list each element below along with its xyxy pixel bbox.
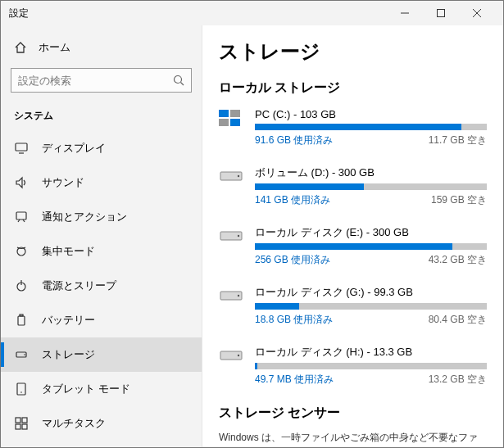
window-title: 設定 bbox=[9, 7, 387, 20]
drive-item[interactable]: ローカル ディスク (H:) - 13.3 GB49.7 MB 使用済み13.2… bbox=[219, 345, 487, 387]
used-label: 91.6 GB 使用済み bbox=[255, 133, 333, 147]
drive-title: ローカル ディスク (G:) - 99.3 GB bbox=[255, 285, 487, 300]
svg-rect-13 bbox=[20, 315, 23, 316]
drive-item[interactable]: ボリューム (D:) - 300 GB141 GB 使用済み159 GB 空き bbox=[219, 165, 487, 207]
usage-bar-fill bbox=[255, 183, 364, 190]
home-link[interactable]: ホーム bbox=[1, 32, 202, 63]
nav-list: ディスプレイサウンド通知とアクション集中モード電源とスリープバッテリーストレージ… bbox=[1, 131, 202, 447]
svg-point-15 bbox=[24, 354, 25, 355]
sidebar-item-label: サウンド bbox=[42, 175, 84, 190]
titlebar: 設定 bbox=[1, 1, 503, 25]
free-label: 43.2 GB 空き bbox=[429, 253, 487, 267]
sidebar-item-display[interactable]: ディスプレイ bbox=[1, 131, 202, 165]
drive-body: ローカル ディスク (E:) - 300 GB256 GB 使用済み43.2 G… bbox=[255, 225, 487, 267]
svg-rect-20 bbox=[16, 424, 20, 429]
drive-icon bbox=[219, 346, 245, 364]
section-header: システム bbox=[1, 102, 202, 131]
sidebar-item-battery[interactable]: バッテリー bbox=[1, 303, 202, 337]
close-button[interactable] bbox=[459, 1, 495, 25]
notifications-icon bbox=[14, 210, 29, 224]
used-label: 141 GB 使用済み bbox=[255, 193, 330, 207]
sidebar-item-sound[interactable]: サウンド bbox=[1, 165, 202, 200]
sidebar-item-projecting[interactable]: この PC へのプロジェクション bbox=[1, 441, 202, 447]
drive-icon bbox=[219, 167, 245, 185]
drive-meta: 256 GB 使用済み43.2 GB 空き bbox=[255, 253, 487, 267]
search-icon bbox=[173, 75, 184, 86]
free-label: 13.2 GB 空き bbox=[429, 373, 487, 387]
sidebar-item-label: ストレージ bbox=[42, 347, 95, 362]
drive-body: ローカル ディスク (G:) - 99.3 GB18.8 GB 使用済み80.4… bbox=[255, 285, 487, 327]
sidebar-item-tablet-mode[interactable]: タブレット モード bbox=[1, 372, 202, 406]
sound-icon bbox=[14, 175, 29, 190]
usage-bar bbox=[255, 363, 487, 369]
drive-item[interactable]: ローカル ディスク (G:) - 99.3 GB18.8 GB 使用済み80.4… bbox=[219, 285, 487, 327]
search-box[interactable] bbox=[11, 68, 192, 93]
drive-meta: 18.8 GB 使用済み80.4 GB 空き bbox=[255, 313, 487, 327]
battery-icon bbox=[14, 313, 29, 328]
drive-title: ローカル ディスク (H:) - 13.3 GB bbox=[255, 345, 487, 360]
usage-bar-fill bbox=[255, 124, 461, 130]
sidebar-item-storage[interactable]: ストレージ bbox=[1, 337, 202, 372]
svg-rect-24 bbox=[219, 119, 229, 126]
svg-point-32 bbox=[238, 295, 239, 296]
local-storage-heading: ローカル ストレージ bbox=[219, 79, 487, 97]
display-icon bbox=[14, 141, 29, 156]
svg-rect-18 bbox=[16, 418, 20, 423]
svg-rect-12 bbox=[18, 316, 25, 325]
svg-point-30 bbox=[238, 235, 239, 237]
sidebar-item-label: マルチタスク bbox=[42, 416, 106, 431]
drive-body: ボリューム (D:) - 300 GB141 GB 使用済み159 GB 空き bbox=[255, 165, 487, 207]
svg-rect-1 bbox=[438, 10, 445, 17]
storage-sense-heading: ストレージ センサー bbox=[219, 405, 487, 422]
system-drive-icon bbox=[219, 110, 245, 128]
used-label: 18.8 GB 使用済み bbox=[255, 313, 333, 327]
drive-title: ローカル ディスク (E:) - 300 GB bbox=[255, 225, 487, 240]
drive-body: PC (C:) - 103 GB91.6 GB 使用済み11.7 GB 空き bbox=[255, 108, 487, 147]
sidebar-item-label: 集中モード bbox=[42, 244, 95, 259]
sidebar-item-notifications[interactable]: 通知とアクション bbox=[1, 200, 202, 234]
drive-title: PC (C:) - 103 GB bbox=[255, 108, 487, 120]
sidebar-item-power-sleep[interactable]: 電源とスリープ bbox=[1, 269, 202, 303]
drive-icon bbox=[219, 287, 245, 305]
used-label: 256 GB 使用済み bbox=[255, 253, 330, 267]
sidebar-item-multitasking[interactable]: マルチタスク bbox=[1, 406, 202, 441]
sidebar-item-label: タブレット モード bbox=[42, 382, 130, 396]
svg-rect-19 bbox=[22, 418, 27, 423]
sidebar-item-focus-assist[interactable]: 集中モード bbox=[1, 234, 202, 269]
svg-rect-26 bbox=[230, 119, 240, 126]
drive-title: ボリューム (D:) - 300 GB bbox=[255, 165, 487, 180]
svg-rect-21 bbox=[22, 424, 27, 429]
focus-assist-icon bbox=[14, 244, 29, 259]
search-input[interactable] bbox=[18, 75, 173, 87]
minimize-button[interactable] bbox=[387, 1, 423, 25]
drive-item[interactable]: PC (C:) - 103 GB91.6 GB 使用済み11.7 GB 空き bbox=[219, 108, 487, 147]
tablet-icon bbox=[14, 382, 29, 396]
usage-bar bbox=[255, 243, 487, 250]
svg-rect-25 bbox=[230, 110, 240, 117]
svg-rect-23 bbox=[219, 110, 229, 117]
usage-bar-fill bbox=[255, 303, 299, 310]
used-label: 49.7 MB 使用済み bbox=[255, 373, 334, 387]
drive-body: ローカル ディスク (H:) - 13.3 GB49.7 MB 使用済み13.2… bbox=[255, 345, 487, 387]
svg-rect-6 bbox=[16, 143, 27, 151]
window-controls bbox=[387, 1, 495, 25]
usage-bar bbox=[255, 124, 487, 130]
usage-bar bbox=[255, 303, 487, 310]
sidebar-item-label: バッテリー bbox=[42, 313, 95, 328]
body: ホーム システム ディスプレイサウンド通知とアクション集中モード電源とスリープバ… bbox=[1, 25, 503, 447]
storage-sense-description: Windows は、一時ファイルやごみ箱の中身など不要なファイルを削除して、自動… bbox=[219, 430, 487, 447]
free-label: 80.4 GB 空き bbox=[429, 313, 487, 327]
multitask-icon bbox=[14, 416, 29, 431]
sidebar-item-label: 通知とアクション bbox=[42, 210, 127, 224]
svg-rect-16 bbox=[17, 383, 25, 395]
drive-item[interactable]: ローカル ディスク (E:) - 300 GB256 GB 使用済み43.2 G… bbox=[219, 225, 487, 267]
storage-icon bbox=[14, 347, 29, 362]
usage-bar bbox=[255, 183, 487, 190]
sidebar-item-label: ディスプレイ bbox=[42, 141, 106, 156]
svg-line-5 bbox=[181, 83, 184, 86]
maximize-button[interactable] bbox=[423, 1, 459, 25]
home-label: ホーム bbox=[39, 40, 70, 55]
drive-meta: 49.7 MB 使用済み13.2 GB 空き bbox=[255, 373, 487, 387]
svg-point-34 bbox=[238, 355, 239, 356]
drive-meta: 91.6 GB 使用済み11.7 GB 空き bbox=[255, 133, 487, 147]
